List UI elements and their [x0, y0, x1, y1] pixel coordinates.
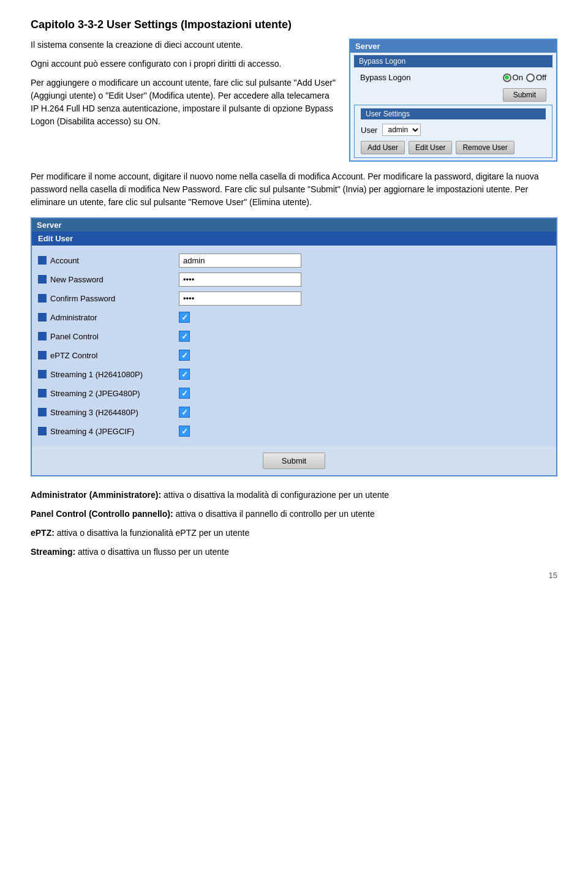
checkbox-checked[interactable]: ✓ — [179, 312, 190, 323]
footer-streaming-text: attiva o disattiva un flusso per un uten… — [75, 547, 229, 557]
page-title: Capitolo 3-3-2 User Settings (Impostazio… — [31, 18, 557, 31]
label-icon — [38, 332, 47, 340]
edit-user-button[interactable]: Edit User — [409, 141, 452, 154]
edit-row-label: Streaming 3 (H264480P) — [38, 408, 179, 417]
edit-row-value: ✓ — [179, 426, 550, 437]
edit-row: New Password — [38, 271, 550, 288]
edit-row: Streaming 3 (H264480P)✓ — [38, 404, 550, 421]
bypass-section-bar: Bypass Logon — [354, 55, 552, 67]
footer-panel-control: Panel Control (Controllo pannello): atti… — [31, 508, 557, 521]
edit-row-label-text: Confirm Password — [50, 294, 115, 303]
label-icon — [38, 370, 47, 378]
edit-row-value: ✓ — [179, 369, 550, 380]
edit-row-label: Account — [38, 256, 179, 265]
edit-row: ePTZ Control✓ — [38, 347, 550, 364]
label-icon — [38, 294, 47, 303]
user-label: User — [361, 126, 377, 135]
edit-row-label: Streaming 1 (H2641080P) — [38, 370, 179, 379]
footer-eptz-text: attiva o disattiva la funzionalità ePTZ … — [55, 528, 249, 538]
bypass-radio-group[interactable]: On Off — [503, 73, 546, 82]
edit-row-label-text: Panel Control — [50, 332, 99, 341]
edit-row-label: Administrator — [38, 313, 179, 322]
edit-panel-body: AccountNew PasswordConfirm PasswordAdmin… — [32, 247, 556, 446]
label-icon — [38, 275, 47, 284]
edit-panel-title: Server — [32, 219, 556, 231]
edit-row: Streaming 1 (H2641080P)✓ — [38, 366, 550, 383]
intro-text: Il sistema consente la creazione di diec… — [31, 39, 337, 162]
footer-eptz-bold: ePTZ: — [31, 528, 55, 538]
radio-off-option[interactable]: Off — [526, 73, 546, 82]
radio-on-circle — [503, 73, 511, 82]
radio-on-option[interactable]: On — [503, 73, 523, 82]
checkbox-checked[interactable]: ✓ — [179, 407, 190, 418]
radio-off-circle — [526, 73, 535, 82]
add-user-button[interactable]: Add User — [361, 141, 405, 154]
edit-row-label-text: Streaming 2 (JPEG480P) — [50, 389, 140, 398]
edit-row: Administrator✓ — [38, 309, 550, 326]
label-icon — [38, 313, 47, 322]
after-para1: Per modificare il nome account, digitare… — [31, 170, 557, 209]
intro-para1: Il sistema consente la creazione di diec… — [31, 39, 337, 51]
account-input[interactable] — [179, 254, 301, 268]
edit-row-label-text: Administrator — [50, 313, 97, 322]
edit-panel-section: Edit User — [32, 231, 556, 246]
checkbox-checked[interactable]: ✓ — [179, 388, 190, 399]
label-icon — [38, 408, 47, 416]
user-row: User admin — [361, 122, 546, 137]
footer-administrator-text: attiva o disattiva la modalità di config… — [161, 490, 389, 500]
edit-row: Streaming 2 (JPEG480P)✓ — [38, 385, 550, 402]
edit-user-panel: Server Edit User AccountNew PasswordConf… — [31, 217, 557, 476]
page-number: 15 — [31, 571, 557, 580]
bypass-submit-row: Submit — [354, 85, 552, 105]
on-label: On — [513, 73, 523, 82]
checkbox-checked[interactable]: ✓ — [179, 369, 190, 380]
intro-para3: Per aggiungere o modificare un account u… — [31, 77, 337, 128]
edit-submit-button[interactable]: Submit — [263, 453, 325, 469]
user-select[interactable]: admin — [382, 124, 421, 136]
edit-submit-row: Submit — [32, 446, 556, 475]
edit-row: Streaming 4 (JPEGCIF)✓ — [38, 423, 550, 440]
password-input[interactable] — [179, 273, 301, 287]
checkbox-checked[interactable]: ✓ — [179, 426, 190, 437]
user-buttons-row: Add User Edit User Remove User — [361, 141, 546, 154]
edit-row-label: Confirm Password — [38, 294, 179, 303]
bypass-logon-label: Bypass Logon — [360, 73, 498, 82]
edit-row-label-text: Streaming 1 (H2641080P) — [50, 370, 143, 379]
after-text: Per modificare il nome account, digitare… — [31, 170, 557, 209]
edit-row-label-text: Streaming 3 (H264480P) — [50, 408, 138, 417]
footer-panel-control-text: attiva o disattiva il pannello di contro… — [173, 509, 375, 519]
off-label: Off — [536, 73, 546, 82]
password-input[interactable] — [179, 292, 301, 306]
bypass-panel-title: Server — [350, 40, 556, 53]
footer-administrator-bold: Administrator (Amministratore): — [31, 490, 161, 500]
edit-row-value: ✓ — [179, 388, 550, 399]
edit-row-label-text: ePTZ Control — [50, 351, 97, 360]
edit-row-label: Panel Control — [38, 332, 179, 341]
edit-row: Confirm Password — [38, 290, 550, 307]
edit-row: Panel Control✓ — [38, 328, 550, 345]
label-icon — [38, 427, 47, 435]
intro-para2: Ogni account può essere configurato con … — [31, 58, 337, 70]
footer-streaming-bold: Streaming: — [31, 547, 75, 557]
edit-row-label-text: Account — [50, 256, 79, 265]
footer-panel-control-bold: Panel Control (Controllo pannello): — [31, 509, 173, 519]
edit-row-label-text: New Password — [50, 275, 104, 284]
edit-row-label: ePTZ Control — [38, 351, 179, 360]
edit-row-value[interactable] — [179, 292, 550, 306]
remove-user-button[interactable]: Remove User — [456, 141, 514, 154]
footer-eptz: ePTZ: attiva o disattiva la funzionalità… — [31, 527, 557, 540]
edit-row: Account — [38, 252, 550, 269]
edit-row-value: ✓ — [179, 312, 550, 323]
edit-row-label: Streaming 2 (JPEG480P) — [38, 389, 179, 398]
edit-row-value: ✓ — [179, 350, 550, 361]
footer-streaming: Streaming: attiva o disattiva un flusso … — [31, 546, 557, 559]
checkbox-checked[interactable]: ✓ — [179, 350, 190, 361]
edit-row-value[interactable] — [179, 254, 550, 268]
bypass-submit-button[interactable]: Submit — [503, 88, 546, 102]
checkbox-checked[interactable]: ✓ — [179, 331, 190, 342]
edit-row-value[interactable] — [179, 273, 550, 287]
label-icon — [38, 389, 47, 397]
footer-administrator: Administrator (Amministratore): attiva o… — [31, 489, 557, 502]
edit-row-label: Streaming 4 (JPEGCIF) — [38, 427, 179, 436]
user-settings-section: User Settings User admin Add User Edit U… — [354, 105, 552, 158]
